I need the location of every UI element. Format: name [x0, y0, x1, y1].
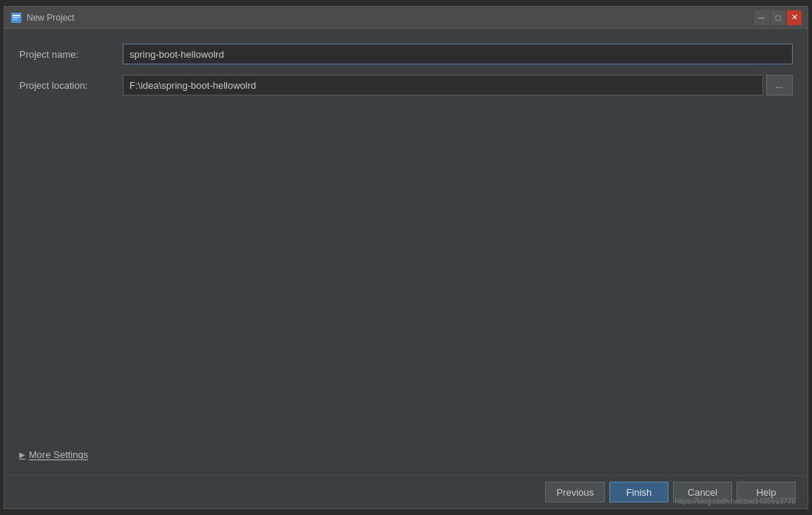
svg-rect-3	[13, 18, 18, 19]
project-location-label: Project location:	[19, 80, 123, 91]
window-controls: ─ □ ✕	[754, 10, 802, 25]
close-button[interactable]: ✕	[787, 10, 802, 25]
svg-rect-1	[13, 15, 20, 16]
title-bar: New Project ─ □ ✕	[4, 7, 808, 29]
location-field-group: ...	[123, 75, 793, 95]
browse-button[interactable]: ...	[766, 75, 793, 95]
svg-rect-2	[13, 17, 20, 18]
window-icon	[10, 12, 22, 24]
new-project-window: New Project ─ □ ✕ Project name: Project …	[4, 6, 808, 509]
window-title: New Project	[27, 13, 754, 23]
project-location-row: Project location: ...	[19, 75, 793, 95]
content-area: Project name: Project location: ... ▶ Mo…	[4, 29, 808, 475]
project-name-label: Project name:	[19, 49, 123, 60]
finish-button[interactable]: Finish	[609, 482, 669, 502]
more-settings-label: More Settings	[29, 449, 88, 460]
footer: Previous Finish Cancel Help https://blog…	[4, 475, 808, 508]
project-name-input[interactable]	[123, 44, 793, 64]
more-settings-arrow-icon: ▶	[19, 451, 25, 459]
maximize-button[interactable]: □	[771, 10, 785, 25]
watermark-text: https://blog.csdn.net/zxd1435513775	[675, 497, 796, 505]
content-spacer	[19, 106, 793, 449]
more-settings-toggle[interactable]: ▶ More Settings	[19, 449, 793, 460]
project-location-input[interactable]	[123, 75, 763, 95]
previous-button[interactable]: Previous	[545, 482, 605, 502]
minimize-button[interactable]: ─	[754, 10, 769, 25]
project-name-row: Project name:	[19, 44, 793, 64]
